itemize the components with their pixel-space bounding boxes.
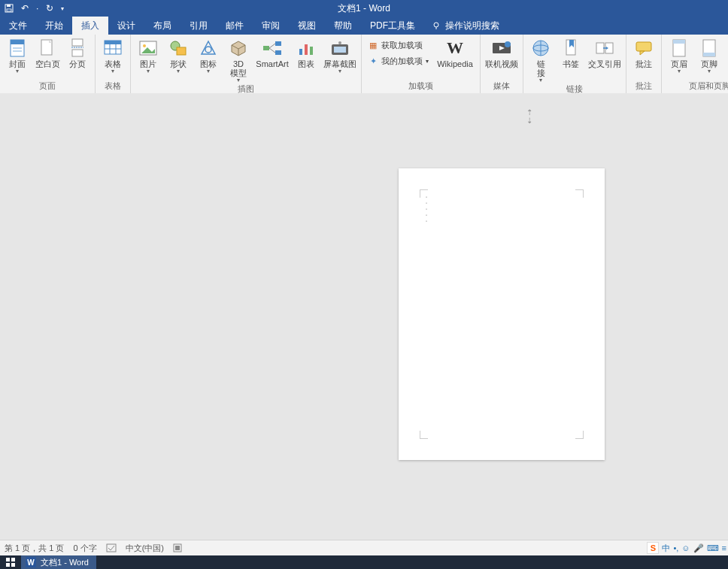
tab-file[interactable]: 文件 [0, 17, 36, 35]
svg-rect-11 [72, 39, 83, 46]
blank-page-icon [37, 38, 58, 59]
chevron-down-icon: ▾ [539, 77, 542, 83]
svg-rect-7 [13, 47, 22, 49]
tab-layout[interactable]: 布局 [144, 17, 180, 35]
smartart-button[interactable]: SmartArt [254, 36, 290, 68]
smartart-icon [262, 38, 283, 59]
chevron-down-icon: ▾ [708, 68, 711, 74]
taskbar-item-word[interactable]: W 文档1 - Word [21, 555, 96, 569]
page-number-button[interactable]: # 页码 ▾ [725, 36, 728, 74]
status-language[interactable]: 中文(中国) [126, 543, 164, 554]
section-collapse-icon[interactable]: ⇡⇣ [526, 108, 532, 125]
start-button[interactable] [0, 555, 21, 569]
tab-references[interactable]: 引用 [180, 17, 217, 35]
tab-home[interactable]: 开始 [36, 17, 72, 35]
taskbar-item-label: 文档1 - Word [41, 557, 89, 568]
online-video-button[interactable]: 联机视频 [484, 36, 520, 68]
group-label: 页眉和页脚 [665, 80, 728, 93]
redo-icon[interactable]: ↻ [46, 3, 53, 14]
ribbon: 封面 ▾ 空白页 分页 页面 [0, 35, 728, 94]
svg-rect-29 [275, 41, 281, 46]
icons-button[interactable]: 图标 ▾ [194, 36, 223, 74]
customize-qat-icon[interactable]: ▾ [61, 5, 64, 12]
svg-line-31 [269, 44, 275, 48]
cover-page-button[interactable]: 封面 ▾ [3, 36, 32, 74]
ime-emoji-icon[interactable]: ☺ [681, 543, 690, 552]
footer-icon [699, 38, 720, 59]
group-label: 链接 [526, 83, 623, 94]
table-icon [102, 38, 123, 59]
bookmark-icon [560, 38, 581, 59]
undo-icon[interactable]: ↶ [21, 3, 29, 14]
ime-mic-icon[interactable]: 🎤 [693, 543, 704, 553]
tab-design[interactable]: 设计 [108, 17, 144, 35]
pictures-button[interactable]: 图片 ▾ [134, 36, 162, 74]
wikipedia-button[interactable]: W Wikipedia [433, 36, 477, 68]
spellcheck-icon[interactable] [106, 543, 117, 552]
group-pages: 封面 ▾ 空白页 分页 页面 [0, 35, 96, 93]
cover-page-icon [7, 38, 28, 59]
save-icon[interactable] [5, 4, 14, 13]
status-word-count[interactable]: 0 个字 [73, 543, 96, 554]
3d-models-button[interactable]: 3D模型 ▾ [224, 36, 253, 83]
status-page[interactable]: 第 1 页，共 1 页 [5, 543, 64, 554]
macro-icon[interactable] [173, 543, 182, 552]
comment-button[interactable]: 批注 [629, 36, 658, 68]
screenshot-button[interactable]: 屏幕截图 ▾ [322, 36, 358, 74]
chevron-down-icon: ▾ [147, 68, 150, 74]
svg-rect-37 [334, 47, 346, 53]
taskbar: W 文档1 - Word [0, 555, 728, 569]
svg-rect-33 [299, 49, 302, 55]
ime-language[interactable]: 中 [662, 543, 670, 554]
svg-rect-8 [13, 50, 22, 52]
window-title: 文档1 - Word [0, 2, 728, 15]
qat-sep-icon: · [36, 3, 38, 14]
footer-button[interactable]: 页脚 ▾ [695, 36, 723, 74]
cross-reference-button[interactable]: 交叉引用 [587, 36, 623, 68]
document-page[interactable]: ••••• [399, 168, 605, 460]
ime-menu-icon[interactable]: ≡ [722, 543, 726, 552]
svg-rect-50 [636, 42, 651, 51]
ime-tray: S 中 •, ☺ 🎤 ⌨ ≡ [647, 540, 726, 555]
bookmark-button[interactable]: 书签 [557, 36, 585, 68]
header-button[interactable]: 页眉 ▾ [665, 36, 693, 74]
tell-me-label: 操作说明搜索 [445, 20, 499, 32]
header-icon [669, 38, 690, 59]
document-canvas[interactable]: ⇡⇣ ••••• [0, 93, 728, 540]
tab-mailings[interactable]: 邮件 [217, 17, 253, 35]
tab-view[interactable]: 视图 [289, 17, 325, 35]
svg-rect-12 [72, 50, 83, 56]
svg-rect-23 [177, 47, 186, 55]
tab-pdf-tools[interactable]: PDF工具集 [361, 17, 424, 35]
ime-keyboard-icon[interactable]: ⌨ [707, 543, 719, 553]
word-icon: W [26, 557, 36, 567]
ime-logo-icon[interactable]: S [647, 542, 659, 554]
chart-button[interactable]: 图表 [292, 36, 320, 68]
blank-page-button[interactable]: 空白页 [33, 36, 62, 68]
shapes-button[interactable]: 形状 ▾ [164, 36, 193, 74]
chevron-down-icon: ▾ [678, 68, 681, 74]
svg-rect-35 [310, 47, 313, 55]
margin-marker [575, 431, 584, 439]
title-bar: ↶ · ↻ ▾ 文档1 - Word [0, 0, 728, 17]
tab-review[interactable]: 审阅 [253, 17, 289, 35]
tab-insert[interactable]: 插入 [72, 17, 108, 35]
ime-punct-icon[interactable]: •, [673, 543, 678, 552]
tell-me-search[interactable]: 操作说明搜索 [424, 17, 499, 35]
tab-help[interactable]: 帮助 [325, 17, 361, 35]
get-addins-button[interactable]: ▦ 获取加载项 [365, 38, 432, 53]
group-addins: ▦ 获取加载项 ✦ 我的加载项 ▾ W Wikipedia 加载项 [362, 35, 481, 93]
store-icon: ▦ [368, 41, 378, 50]
svg-rect-53 [673, 40, 685, 44]
margin-marker [420, 431, 428, 439]
svg-point-20 [143, 44, 146, 47]
table-button[interactable]: 表格 ▾ [99, 36, 127, 74]
link-button[interactable]: 链接 ▾ [526, 36, 555, 83]
page-break-button[interactable]: 分页 [63, 36, 92, 68]
svg-rect-68 [6, 563, 10, 567]
group-label: 插图 [134, 83, 358, 94]
icons-icon [198, 38, 219, 59]
chevron-down-icon: ▾ [16, 68, 19, 74]
crossref-icon [594, 38, 615, 59]
my-addins-button[interactable]: ✦ 我的加载项 ▾ [365, 53, 432, 68]
